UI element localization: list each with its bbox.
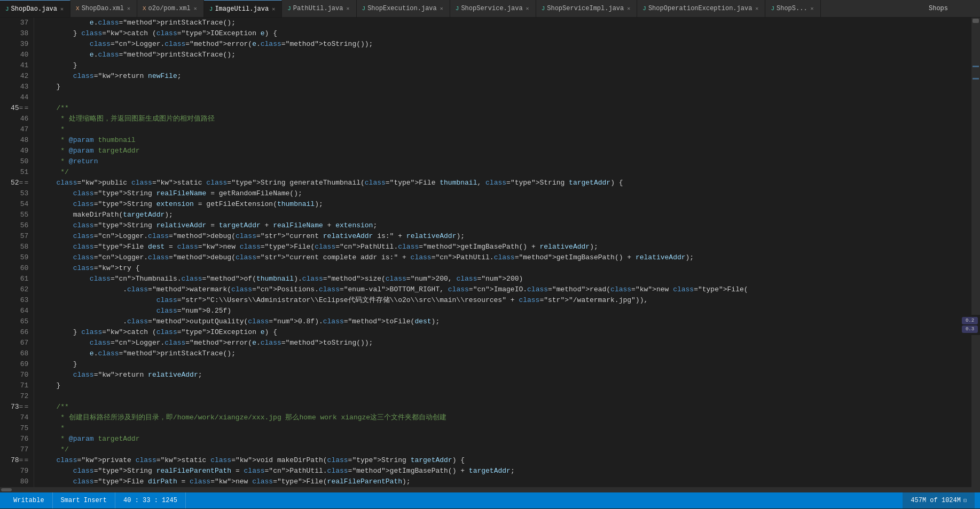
code-line-56: class="type">String relativeAddr = targe…: [40, 220, 971, 231]
tab-close[interactable]: ✕: [59, 5, 65, 13]
code-line-65: .class="method">outputQuality(class="num…: [40, 316, 971, 327]
tab-shop-service-java[interactable]: J ShopService.java ✕: [450, 0, 536, 18]
code-line-50: * @return: [40, 156, 971, 167]
java-icon: J: [362, 5, 366, 12]
line-number-47: 47: [11, 124, 28, 135]
line-number-60: 60: [11, 263, 28, 274]
code-line-59: class="cn">Logger.class="method">debug(c…: [40, 252, 971, 263]
tab-close[interactable]: ✕: [439, 5, 444, 12]
tab-close[interactable]: ✕: [345, 5, 350, 12]
tab-shop-s-java[interactable]: J ShopS... ✕: [765, 0, 820, 18]
line-number-41: 41: [11, 60, 28, 71]
tab-label: ShopDao.java: [11, 5, 57, 13]
line-number-50: 50: [11, 156, 28, 167]
scroll-thumb[interactable]: [973, 19, 979, 23]
code-line-62: .class="method">watermark(class="cn">Pos…: [40, 284, 971, 295]
code-line-51: */: [40, 167, 971, 178]
tab-shop-service-impl-java[interactable]: J ShopServiceImpl.java ✕: [536, 0, 638, 18]
shops-label: Shops: [929, 5, 980, 12]
line-number-67: 67: [11, 338, 28, 348]
tab-image-util-java[interactable]: J ImageUtil.java ✕: [204, 0, 282, 18]
code-line-47: *: [40, 124, 971, 135]
status-bar: Writable Smart Insert 40 : 33 : 1245 457…: [0, 492, 980, 508]
line-number-80: 80: [11, 476, 28, 487]
line-number-62: 62: [11, 284, 28, 295]
horizontal-scrollbar[interactable]: [0, 487, 980, 492]
tab-label: PathUtil.java: [293, 5, 343, 12]
line-number-48: 48: [11, 135, 28, 146]
code-line-41: }: [40, 60, 971, 71]
line-number-77: 77: [11, 444, 28, 455]
line-number-46: 46: [11, 114, 28, 124]
tab-shop-dao-xml[interactable]: X ShopDao.xml ✕: [70, 0, 137, 18]
tab-shop-dao-java[interactable]: J ShopDao.java ✕: [0, 0, 70, 18]
line-number-44: 44: [11, 92, 28, 103]
line-number-69: 69: [11, 359, 28, 370]
code-line-61: class="cn">Thumbnails.class="method">of(…: [40, 274, 971, 284]
line-number-56: 56: [11, 220, 28, 231]
line-number-58: 58: [11, 242, 28, 252]
code-line-42: class="kw">return newFile;: [40, 71, 971, 82]
code-line-52: class="kw">public class="kw">static clas…: [40, 178, 971, 188]
code-line-63: class="str">"C:\\Users\\Administrator\\E…: [40, 295, 971, 306]
line-number-55: 55: [11, 210, 28, 220]
memory-icon: ⊡: [963, 497, 967, 504]
line-number-39: 39: [11, 39, 28, 50]
tab-close[interactable]: ✕: [271, 5, 276, 13]
code-line-53: class="type">String realFileName = getRa…: [40, 188, 971, 199]
tab-close[interactable]: ✕: [525, 5, 530, 12]
line-number-74: 74: [11, 412, 28, 423]
tab-close[interactable]: ✕: [754, 5, 759, 12]
code-line-45: /**: [40, 103, 971, 114]
tab-shop-operation-exception-java[interactable]: J ShopOperationException.java ✕: [637, 0, 765, 18]
java-icon: J: [5, 6, 9, 12]
line-number-37: 37: [11, 18, 28, 28]
code-line-70: class="kw">return relativeAddr;: [40, 370, 971, 380]
code-line-39: class="cn">Logger.class="method">error(e…: [40, 39, 971, 50]
line-number-52: 52=: [11, 178, 28, 188]
xml-icon: X: [76, 5, 80, 12]
tab-o2o-pom-xml[interactable]: X o2o/pom.xml ✕: [137, 0, 204, 18]
code-line-57: class="cn">Logger.class="method">debug(c…: [40, 231, 971, 242]
top-right-indicators: 0.2 0.3: [960, 315, 980, 335]
minimap-marker2: [973, 78, 979, 79]
tab-close[interactable]: ✕: [193, 5, 198, 12]
code-line-73: /**: [40, 402, 971, 412]
java-icon: J: [771, 5, 774, 12]
tab-label: ShopOperationException.java: [648, 5, 752, 12]
code-line-78: class="kw">private class="kw">static cla…: [40, 455, 971, 466]
line-number-54: 54: [11, 199, 28, 210]
line-number-43: 43: [11, 82, 28, 92]
code-line-79: class="type">String realFileParentPath =…: [40, 466, 971, 476]
tab-close[interactable]: ✕: [810, 5, 815, 12]
line-number-53: 53: [11, 188, 28, 199]
status-position: 40 : 33 : 1245: [115, 492, 186, 508]
code-line-64: class="num">0.25f): [40, 306, 971, 316]
code-line-60: class="kw">try {: [40, 263, 971, 274]
code-area[interactable]: e.class="method">printStackTrace(); } cl…: [34, 18, 971, 487]
code-line-44: [40, 92, 971, 103]
code-line-54: class="type">String extension = getFileE…: [40, 199, 971, 210]
line-number-61: 61: [11, 274, 28, 284]
right-scrollbar[interactable]: [971, 18, 980, 487]
line-number-57: 57: [11, 231, 28, 242]
tab-label: ShopServiceImpl.java: [547, 5, 624, 12]
tab-path-util-java[interactable]: J PathUtil.java ✕: [282, 0, 356, 18]
h-scroll-thumb[interactable]: [1, 488, 12, 491]
line-number-72: 72: [11, 391, 28, 402]
line-number-63: 63: [11, 295, 28, 306]
tab-shop-execution-java[interactable]: J ShopExecution.java ✕: [357, 0, 450, 18]
tab-label: ShopExecution.java: [367, 5, 437, 12]
code-line-55: makeDirPath(targetAddr);: [40, 210, 971, 220]
tab-close[interactable]: ✕: [126, 5, 131, 12]
code-line-69: }: [40, 359, 971, 370]
code-line-71: }: [40, 380, 971, 391]
line-number-51: 51: [11, 167, 28, 178]
line-number-68: 68: [11, 348, 28, 359]
tab-close[interactable]: ✕: [626, 5, 631, 12]
line-number-49: 49: [11, 146, 28, 156]
java-icon: J: [209, 6, 213, 12]
line-number-59: 59: [11, 252, 28, 263]
tab-label: o2o/pom.xml: [148, 5, 191, 12]
code-line-43: }: [40, 82, 971, 92]
